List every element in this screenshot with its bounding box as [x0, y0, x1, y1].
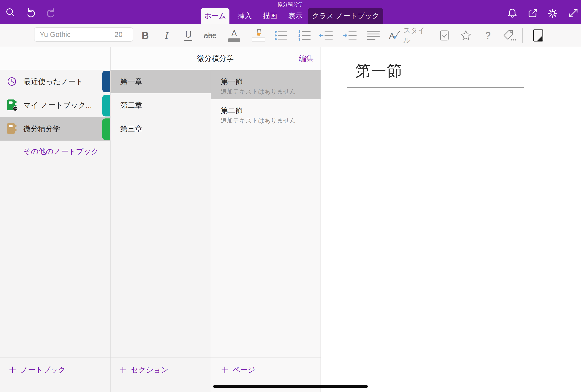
alignment-icon[interactable] [367, 24, 380, 47]
fullscreen-expand-icon[interactable] [568, 8, 579, 19]
indent-icon[interactable] [342, 24, 357, 47]
svg-text:A: A [389, 31, 395, 41]
tab-draw[interactable]: 描画 [259, 8, 281, 24]
footer-divider [0, 358, 321, 358]
redo-icon[interactable] [45, 8, 57, 19]
styles-brush-icon: A [389, 30, 401, 41]
italic-button[interactable]: I [160, 24, 173, 47]
notebook-sync-icon [7, 99, 18, 111]
notebook-color-tab [102, 118, 110, 140]
highlighter-button[interactable] [251, 24, 266, 47]
help-icon[interactable]: ? [483, 24, 493, 47]
font-color-button[interactable]: A [227, 24, 241, 47]
search-icon[interactable] [5, 8, 16, 19]
more-notebooks-link[interactable]: その他のノートブック [23, 144, 99, 159]
divider-pages [321, 47, 321, 392]
tab-class-notebook[interactable]: クラス ノートブック [308, 8, 383, 24]
divider-sections [211, 70, 211, 392]
notebook-color-tab [102, 95, 110, 116]
plus-icon [9, 366, 16, 374]
divider-sidebar [110, 47, 110, 392]
page-panel-icon[interactable] [532, 24, 544, 47]
svg-text:1: 1 [298, 30, 300, 34]
onenote-app: 微分積分学 ホーム 挿入 描画 表示 クラス ノ [0, 0, 581, 392]
notebook-icon [7, 122, 18, 135]
star-icon[interactable] [459, 24, 472, 47]
sidebar-item-recent-notes[interactable]: 最近使ったノート [0, 70, 110, 93]
page-title[interactable]: 第一節 [355, 60, 403, 81]
section-item-chapter1[interactable]: 第一章 [110, 70, 211, 93]
font-color-swatch [228, 38, 240, 42]
page-item-section2[interactable]: 第二節 追加テキストはありません [211, 99, 321, 128]
formatting-toolbar: Yu Gothic 20 [0, 24, 581, 47]
sidebar-item-my-notebooks[interactable]: マイ ノートブック... [0, 93, 110, 117]
font-picker[interactable]: Yu Gothic 20 [34, 27, 133, 42]
font-size-field[interactable]: 20 [104, 28, 133, 41]
numbered-list-icon[interactable]: 123 [298, 24, 311, 47]
share-icon[interactable] [527, 8, 539, 19]
svg-text:2: 2 [298, 34, 300, 38]
plus-icon [119, 366, 126, 374]
svg-text:3: 3 [298, 38, 300, 41]
toolbar-separator [523, 28, 523, 43]
styles-button[interactable]: A スタイル [389, 24, 430, 47]
section-item-chapter2[interactable]: 第二章 [110, 93, 211, 117]
edit-button[interactable]: 編集 [299, 47, 314, 70]
document-title: 微分積分学 [0, 1, 581, 8]
home-indicator[interactable] [213, 385, 368, 388]
clock-icon [7, 76, 17, 86]
tab-insert[interactable]: 挿入 [233, 8, 256, 24]
settings-gear-icon[interactable] [547, 8, 558, 19]
sidebar-item-calculus-notebook[interactable]: 微分積分学 [0, 117, 110, 140]
bullet-list-icon[interactable] [274, 24, 288, 47]
section-item-chapter3[interactable]: 第三章 [110, 117, 211, 140]
top-app-bar: 微分積分学 ホーム 挿入 描画 表示 クラス ノ [0, 0, 581, 24]
todo-checkbox-icon[interactable] [439, 24, 450, 47]
page-item-section1[interactable]: 第一節 追加テキストはありません [211, 70, 321, 99]
page-canvas[interactable]: 第一節 [321, 47, 581, 392]
tab-home[interactable]: ホーム [201, 8, 229, 24]
plus-icon [221, 366, 228, 374]
notifications-bell-icon[interactable] [507, 8, 518, 19]
page-title-underline [347, 87, 524, 88]
add-notebook-button[interactable]: ノートブック [9, 362, 66, 378]
add-page-button[interactable]: ページ [221, 362, 255, 378]
undo-icon[interactable] [25, 8, 36, 19]
bold-button[interactable]: B [139, 24, 151, 47]
outdent-icon[interactable] [319, 24, 333, 47]
font-name-field[interactable]: Yu Gothic [34, 28, 104, 41]
notebook-color-tab [102, 71, 110, 92]
strikethrough-button[interactable]: abc [203, 24, 217, 47]
tag-icon[interactable] [502, 24, 517, 47]
tab-view[interactable]: 表示 [284, 8, 307, 24]
underline-button[interactable]: U [182, 24, 194, 47]
add-section-button[interactable]: セクション [119, 362, 169, 378]
notebook-header-title: 微分積分学 [110, 47, 321, 70]
